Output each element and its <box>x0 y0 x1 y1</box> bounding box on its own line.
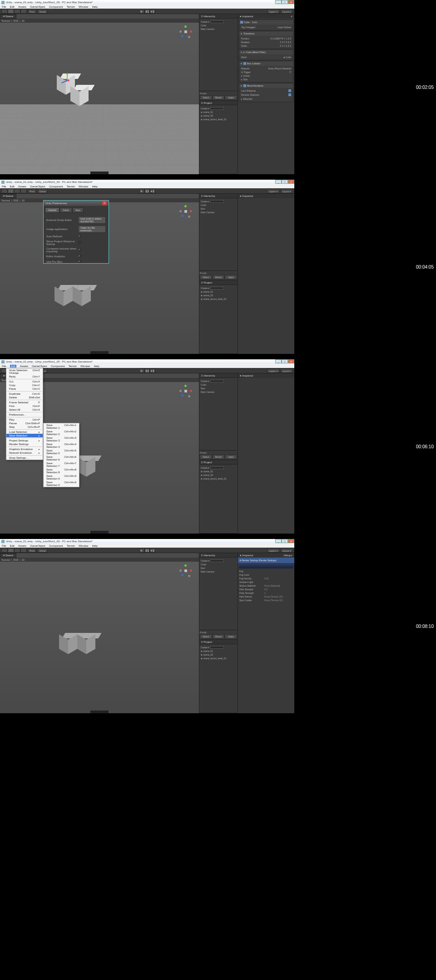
prefab-apply-button[interactable]: Apply <box>225 455 237 459</box>
submenu-item[interactable]: Save Selection 5Ctrl+Alt+5 <box>44 449 79 455</box>
layout-dropdown[interactable]: Layout ▾ <box>281 368 293 373</box>
space-toggle[interactable]: Global <box>37 9 47 14</box>
render-row[interactable]: Ambient Light <box>238 580 294 584</box>
scene-cube[interactable] <box>59 635 77 653</box>
step-button[interactable]: ▶❚ <box>150 368 155 373</box>
render-row[interactable]: Skybox MaterialNone (Material) <box>238 584 294 588</box>
project-create[interactable]: Create ▾ <box>201 286 236 290</box>
layers-dropdown[interactable]: Layers ▾ <box>267 189 279 193</box>
menu-file[interactable]: File <box>2 5 6 8</box>
transform-header[interactable]: ▼ Transform <box>239 31 293 36</box>
menu-item[interactable]: CutCtrl+X <box>6 380 43 383</box>
project-item[interactable]: ◈ scene_02 <box>201 473 236 477</box>
hierarchy-item[interactable]: Main Camera <box>201 390 236 394</box>
menu-item[interactable]: Select AllCtrl+A <box>6 408 43 412</box>
layout-dropdown[interactable]: Layout ▾ <box>281 189 293 193</box>
submenu-item[interactable]: Save Selection 6Ctrl+Alt+6 <box>44 455 79 461</box>
render-row[interactable]: Fog <box>238 569 294 573</box>
menu-gameobject[interactable]: GameObject <box>30 185 45 188</box>
menu-window[interactable]: Window <box>79 544 88 547</box>
close-button[interactable]: × <box>288 180 294 184</box>
move-tool[interactable] <box>8 189 14 193</box>
project-search[interactable] <box>210 646 224 649</box>
menu-item[interactable]: DuplicateCtrl+D <box>6 392 43 396</box>
minimize-button[interactable]: _ <box>275 539 282 543</box>
menu-edit[interactable]: Edit <box>10 365 16 368</box>
hand-tool[interactable] <box>1 548 8 553</box>
pivot-toggle[interactable]: Pivot <box>28 9 36 14</box>
prefab-select-button[interactable]: Select <box>200 634 212 639</box>
render-row[interactable]: Halo TextureNone (Texture 2D) <box>238 595 294 598</box>
space-toggle[interactable]: Global <box>37 189 47 193</box>
menu-item[interactable]: Load Selection▸ <box>6 430 43 434</box>
menu-help[interactable]: Help <box>94 365 99 368</box>
hierarchy-item[interactable]: Cube <box>201 383 236 387</box>
orientation-gizmo[interactable] <box>179 205 192 218</box>
scene-cube[interactable] <box>54 287 73 305</box>
project-search[interactable] <box>210 466 224 469</box>
step-button[interactable]: ▶❚ <box>150 548 155 553</box>
prefs-value-button[interactable]: Use built-in editor (UniSciTE) <box>78 216 106 224</box>
z-axis-icon[interactable] <box>61 80 68 83</box>
project-create[interactable]: Create ▾ <box>201 466 236 470</box>
fog-color-bar[interactable] <box>239 564 293 568</box>
pause-button[interactable]: ❚❚ <box>144 548 150 553</box>
scene-cube[interactable] <box>73 287 91 305</box>
render-row[interactable]: Fog Density0.01 <box>238 577 294 580</box>
space-toggle[interactable]: Global <box>37 548 47 553</box>
menu-file[interactable]: File <box>2 365 6 368</box>
prefab-select-button[interactable]: Select <box>200 455 212 459</box>
submenu-item[interactable]: Save Selection 4Ctrl+Alt+4 <box>44 442 79 449</box>
scene-cube[interactable] <box>70 87 89 105</box>
menu-item[interactable]: Frame SelectedF <box>6 401 43 404</box>
menu-item[interactable]: Render Settings <box>6 442 43 446</box>
menu-edit[interactable]: Edit <box>10 185 15 188</box>
hierarchy-item[interactable]: Cube <box>201 563 236 566</box>
menu-terrain[interactable]: Terrain <box>67 544 75 547</box>
scene-opt[interactable]: Textured <box>1 559 10 561</box>
pause-button[interactable]: ❚❚ <box>144 189 150 193</box>
scene-opt[interactable]: Textured <box>1 20 10 22</box>
submenu-item[interactable]: Save Selection 3Ctrl+Alt+3 <box>44 436 79 442</box>
menu-item[interactable]: Network Emulation▸ <box>6 451 43 455</box>
layout-dropdown[interactable]: Layout ▾ <box>281 548 293 553</box>
menu-window[interactable]: Window <box>79 5 88 8</box>
close-button[interactable]: × <box>288 539 294 543</box>
project-item[interactable]: ◈ scene_02 <box>201 114 236 118</box>
scene-cube[interactable] <box>77 457 95 475</box>
hierarchy-item[interactable]: Main Camera <box>201 27 236 31</box>
maximize-button[interactable]: □ <box>282 539 288 543</box>
submenu-item[interactable]: Save Selection 7Ctrl+Alt+7 <box>44 461 79 468</box>
orientation-gizmo[interactable] <box>179 385 192 397</box>
prefs-tab-keys[interactable]: Keys <box>72 207 84 213</box>
hierarchy-search[interactable] <box>210 559 224 562</box>
hierarchy-item[interactable]: floor <box>201 566 236 570</box>
step-button[interactable]: ▶❚ <box>150 9 155 14</box>
menu-item[interactable]: Snap Settings… <box>6 456 43 460</box>
scene-tab[interactable]: # Scene <box>0 194 16 198</box>
menu-terrain[interactable]: Terrain <box>69 365 77 368</box>
pivot-toggle[interactable]: Pivot <box>28 548 36 553</box>
project-item[interactable]: ◈ scene_bonus_level_01 <box>201 118 236 121</box>
menu-edit[interactable]: Edit <box>10 5 15 8</box>
scene-opt[interactable]: 2D <box>22 559 25 561</box>
menu-assets[interactable]: Assets <box>20 365 28 368</box>
menu-assets[interactable]: Assets <box>18 185 26 188</box>
submenu-item[interactable]: Save Selection 8Ctrl+Alt+8 <box>44 468 79 474</box>
prefs-tab-general[interactable]: General <box>45 207 59 213</box>
orientation-gizmo[interactable] <box>179 25 192 38</box>
prefab-revert-button[interactable]: Revert <box>213 634 225 639</box>
hierarchy-item[interactable]: Main Camera <box>201 570 236 573</box>
menu-component[interactable]: Component <box>49 185 63 188</box>
scene-view[interactable]: # Scene Textured | RGB | 2D <box>0 553 199 713</box>
menu-component[interactable]: Component <box>49 5 63 8</box>
close-button[interactable]: × <box>288 0 294 4</box>
prefs-checkbox[interactable] <box>78 235 81 238</box>
layout-dropdown[interactable]: Layout ▾ <box>281 9 293 14</box>
layers-dropdown[interactable]: Layers ▾ <box>267 9 279 14</box>
rotate-tool[interactable] <box>14 548 20 553</box>
prefab-revert-button[interactable]: Revert <box>213 275 225 279</box>
hierarchy-item[interactable]: floor <box>201 387 236 390</box>
prefs-checkbox[interactable] <box>78 260 81 263</box>
move-tool[interactable] <box>8 548 14 553</box>
